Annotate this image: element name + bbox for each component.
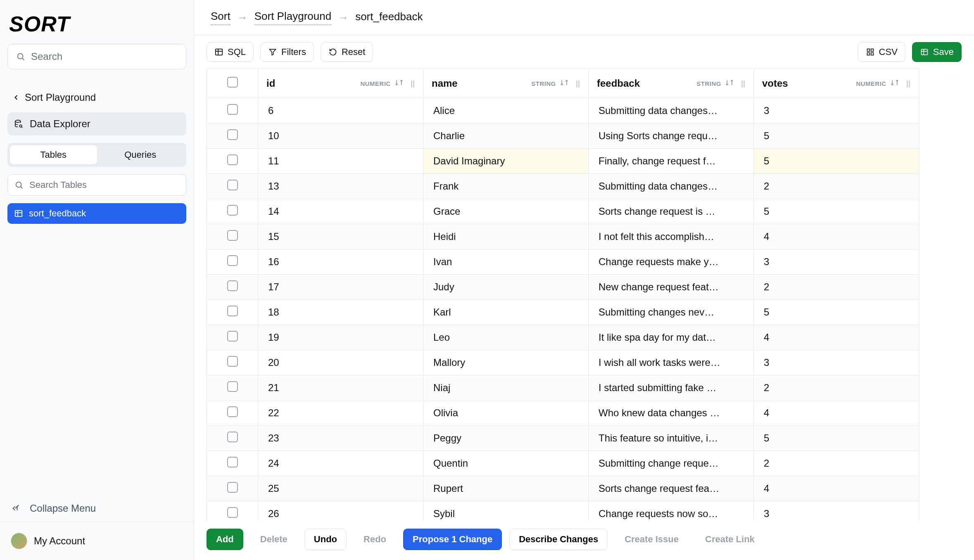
table-row[interactable]: 14GraceSorts change request is …5 [207, 199, 919, 224]
cell-votes[interactable]: 4 [754, 224, 919, 249]
crumb-sort[interactable]: Sort [211, 10, 230, 25]
cell-name[interactable]: Charlie [423, 123, 589, 149]
cell-id[interactable]: 11 [258, 149, 423, 174]
cell-feedback[interactable]: Submitting data changes… [589, 98, 754, 123]
column-resize-handle[interactable]: || [738, 79, 745, 88]
redo-button[interactable]: Redo [354, 529, 396, 550]
search-tables-input[interactable]: Search Tables [7, 174, 186, 196]
row-checkbox-cell[interactable] [207, 426, 258, 451]
sidebar-item-sort-feedback[interactable]: sort_feedback [7, 203, 186, 224]
row-checkbox-cell[interactable] [207, 476, 258, 501]
cell-id[interactable]: 19 [258, 325, 423, 350]
describe-changes-button[interactable]: Describe Changes [509, 529, 608, 550]
cell-name[interactable]: Peggy [423, 426, 589, 451]
reset-button[interactable]: Reset [321, 42, 373, 62]
cell-feedback[interactable]: Change requests make y… [589, 249, 754, 275]
table-row[interactable]: 16IvanChange requests make y…3 [207, 249, 919, 275]
cell-votes[interactable]: 5 [754, 123, 919, 149]
row-checkbox-cell[interactable] [207, 275, 258, 300]
row-checkbox-cell[interactable] [207, 401, 258, 426]
cell-feedback[interactable]: Sorts change request is … [589, 199, 754, 224]
cell-id[interactable]: 6 [258, 98, 423, 123]
cell-name[interactable]: Mallory [423, 350, 589, 375]
filters-button[interactable]: Filters [260, 42, 314, 62]
cell-id[interactable]: 24 [258, 451, 423, 476]
header-id[interactable]: id NUMERIC || [258, 69, 423, 98]
row-checkbox-cell[interactable] [207, 174, 258, 199]
table-row[interactable]: 15HeidiI not felt this accomplish…4 [207, 224, 919, 249]
cell-name[interactable]: Olivia [423, 401, 589, 426]
table-row[interactable]: 11David ImaginaryFinally, change request… [207, 149, 919, 174]
row-checkbox-cell[interactable] [207, 123, 258, 149]
cell-id[interactable]: 15 [258, 224, 423, 249]
cell-id[interactable]: 17 [258, 275, 423, 300]
table-row[interactable]: 25RupertSorts change request fea…4 [207, 476, 919, 501]
cell-feedback[interactable]: Who knew data changes … [589, 401, 754, 426]
cell-feedback[interactable]: Submitting data changes… [589, 174, 754, 199]
cell-id[interactable]: 21 [258, 375, 423, 401]
cell-feedback[interactable]: Submitting change reque… [589, 451, 754, 476]
cell-votes[interactable]: 5 [754, 149, 919, 174]
tab-queries[interactable]: Queries [97, 145, 184, 164]
create-link-button[interactable]: Create Link [696, 529, 764, 550]
delete-button[interactable]: Delete [251, 529, 297, 550]
cell-votes[interactable]: 2 [754, 275, 919, 300]
cell-feedback[interactable]: Finally, change request f… [589, 149, 754, 174]
row-checkbox-cell[interactable] [207, 149, 258, 174]
cell-name[interactable]: Ivan [423, 249, 589, 275]
cell-name[interactable]: Alice [423, 98, 589, 123]
add-button[interactable]: Add [207, 529, 243, 550]
row-checkbox-cell[interactable] [207, 350, 258, 375]
cell-feedback[interactable]: I wish all work tasks were… [589, 350, 754, 375]
row-checkbox-cell[interactable] [207, 249, 258, 275]
undo-button[interactable]: Undo [304, 529, 347, 550]
header-select-all[interactable] [207, 69, 258, 98]
cell-name[interactable]: Sybil [423, 501, 589, 522]
cell-feedback[interactable]: It like spa day for my dat… [589, 325, 754, 350]
cell-votes[interactable]: 2 [754, 451, 919, 476]
crumb-playground[interactable]: Sort Playground [254, 10, 331, 25]
cell-feedback[interactable]: I not felt this accomplish… [589, 224, 754, 249]
cell-votes[interactable]: 2 [754, 375, 919, 401]
cell-name[interactable]: Rupert [423, 476, 589, 501]
cell-votes[interactable]: 4 [754, 476, 919, 501]
cell-votes[interactable]: 4 [754, 401, 919, 426]
cell-votes[interactable]: 4 [754, 325, 919, 350]
cell-feedback[interactable]: Submitting changes nev… [589, 300, 754, 325]
cell-votes[interactable]: 5 [754, 199, 919, 224]
cell-votes[interactable]: 3 [754, 249, 919, 275]
header-votes[interactable]: votes NUMERIC || [754, 69, 919, 98]
cell-feedback[interactable]: I started submitting fake … [589, 375, 754, 401]
row-checkbox-cell[interactable] [207, 375, 258, 401]
cell-name[interactable]: Judy [423, 275, 589, 300]
cell-votes[interactable]: 5 [754, 426, 919, 451]
cell-feedback[interactable]: New change request feat… [589, 275, 754, 300]
save-button[interactable]: Save [912, 42, 962, 62]
row-checkbox-cell[interactable] [207, 199, 258, 224]
sort-icon[interactable] [725, 78, 734, 89]
column-resize-handle[interactable]: || [903, 79, 910, 88]
cell-votes[interactable]: 3 [754, 501, 919, 522]
table-row[interactable]: 6AliceSubmitting data changes…3 [207, 98, 919, 123]
cell-id[interactable]: 22 [258, 401, 423, 426]
cell-name[interactable]: Leo [423, 325, 589, 350]
row-checkbox-cell[interactable] [207, 224, 258, 249]
table-row[interactable]: 10CharlieUsing Sorts change requ…5 [207, 123, 919, 149]
column-resize-handle[interactable]: || [573, 79, 580, 88]
table-row[interactable]: 17JudyNew change request feat…2 [207, 275, 919, 300]
cell-id[interactable]: 25 [258, 476, 423, 501]
global-search-input[interactable]: Search [7, 44, 186, 69]
cell-votes[interactable]: 2 [754, 174, 919, 199]
row-checkbox-cell[interactable] [207, 451, 258, 476]
cell-name[interactable]: Heidi [423, 224, 589, 249]
cell-feedback[interactable]: Using Sorts change requ… [589, 123, 754, 149]
cell-id[interactable]: 26 [258, 501, 423, 522]
propose-change-button[interactable]: Propose 1 Change [403, 529, 502, 550]
column-resize-handle[interactable]: || [407, 79, 415, 88]
table-row[interactable]: 24QuentinSubmitting change reque…2 [207, 451, 919, 476]
back-link[interactable]: Sort Playground [7, 88, 186, 107]
cell-name[interactable]: Quentin [423, 451, 589, 476]
cell-votes[interactable]: 3 [754, 350, 919, 375]
create-issue-button[interactable]: Create Issue [615, 529, 688, 550]
collapse-menu-button[interactable]: Collapse Menu [0, 495, 194, 522]
